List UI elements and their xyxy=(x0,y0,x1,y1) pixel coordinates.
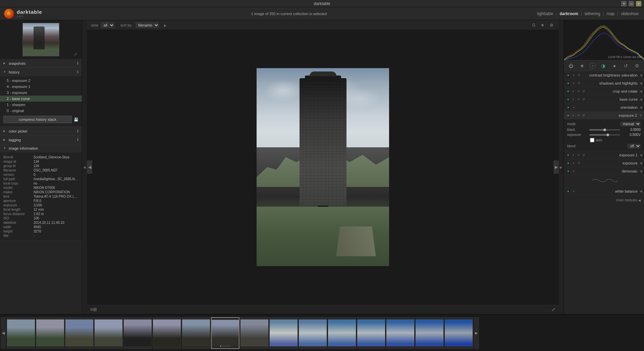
filmstrip-item[interactable] xyxy=(299,317,327,349)
show-fav-icon[interactable]: ● xyxy=(611,62,618,69)
fullscreen-icon[interactable]: ⤢ xyxy=(551,307,555,312)
left-panel-collapse[interactable]: ◀ xyxy=(82,20,87,314)
nav-map[interactable]: map xyxy=(605,11,616,17)
module-exposure[interactable]: ● ≡ ↺ exposure ◀ xyxy=(564,159,644,167)
filmstrip-item[interactable] xyxy=(357,317,385,349)
module-reset-icon[interactable]: ↺ xyxy=(577,73,581,78)
thumbnail-expand[interactable]: ⤢ xyxy=(74,52,77,56)
module-enable-icon[interactable]: ● xyxy=(566,81,571,86)
module-copy-icon[interactable]: ↺ xyxy=(582,97,586,102)
history-item-2[interactable]: 2 - base curve xyxy=(0,96,82,102)
filmstrip-item[interactable] xyxy=(65,317,94,349)
show-active-icon[interactable]: ◑ xyxy=(599,62,607,69)
nav-darkroom[interactable]: darkroom xyxy=(558,11,580,17)
show-all-icon[interactable]: ○ xyxy=(590,63,596,69)
module-settings-icon[interactable]: ⚙ xyxy=(633,62,641,69)
module-crop-rotate[interactable]: ● ≡ ↺ ↺ crop and rotate ◀ xyxy=(564,87,644,95)
grid-icon[interactable]: G xyxy=(532,23,535,28)
filmstrip-item[interactable] xyxy=(36,317,64,349)
filmstrip-item[interactable] xyxy=(444,317,473,349)
filmstrip-item[interactable] xyxy=(269,317,298,349)
module-reset-icon[interactable]: ↺ xyxy=(577,81,581,86)
module-multi-icon[interactable]: ≡ xyxy=(571,189,576,194)
titlebar-controls[interactable]: ▾ ▭ ✕ xyxy=(621,1,641,6)
nav-slideshow[interactable]: slideshow xyxy=(620,11,640,17)
share-icon[interactable]: ⊞ xyxy=(93,307,97,312)
module-contrast-brightness[interactable]: ● ≡ ↺ contrast brightness saturation ◀ xyxy=(564,71,644,79)
nav-lighttable[interactable]: lighttable xyxy=(536,11,554,17)
maximize-button[interactable]: ▭ xyxy=(629,1,634,6)
module-exposure2[interactable]: ● ≡ ↺ ↺ exposure 2 ▼ xyxy=(564,111,644,119)
filmstrip-item[interactable] xyxy=(182,317,210,349)
filmstrip-next[interactable]: ▶ xyxy=(474,317,479,349)
module-enable-icon[interactable]: ● xyxy=(566,97,571,102)
module-enable-icon[interactable]: ● xyxy=(566,105,571,110)
history-header[interactable]: ▼ history ℹ xyxy=(0,68,82,76)
right-panel-toggle[interactable]: ▶ xyxy=(553,160,559,174)
module-enable-icon[interactable]: ● xyxy=(566,113,571,118)
module-enable-icon[interactable]: ● xyxy=(566,169,571,173)
filmstrip-item[interactable] xyxy=(415,317,444,349)
auto-checkbox[interactable] xyxy=(590,138,594,142)
module-multi-icon[interactable]: ≡ xyxy=(571,105,576,110)
mode-select[interactable]: manual xyxy=(620,121,641,127)
module-enable-icon[interactable]: ● xyxy=(566,153,571,157)
view-select[interactable]: all xyxy=(101,22,114,28)
history-item-5[interactable]: 5 - exposure 2 xyxy=(0,78,82,84)
filmstrip-item-selected[interactable]: ★☆☆☆☆ xyxy=(211,317,239,349)
module-multi-icon[interactable]: ≡ xyxy=(571,89,576,94)
close-button[interactable]: ✕ xyxy=(636,1,641,6)
module-enable-icon[interactable]: ● xyxy=(566,73,571,78)
minimize-button[interactable]: ▾ xyxy=(621,1,627,6)
module-enable-icon[interactable]: ● xyxy=(566,189,571,194)
black-slider[interactable] xyxy=(589,129,620,131)
history-item-1[interactable]: 1 - sharpen xyxy=(0,102,82,108)
module-white-balance[interactable]: ● ≡ white balance ◀ xyxy=(564,187,644,195)
module-multi-icon[interactable]: ≡ xyxy=(571,73,576,78)
filmstrip-prev[interactable]: ◀ xyxy=(1,317,6,349)
history-item-4[interactable]: 4 - exposure 1 xyxy=(0,84,82,90)
history-settings-icon[interactable]: ℹ xyxy=(77,70,78,74)
module-multi-icon[interactable]: ≡ xyxy=(571,169,576,173)
color-picker-settings-icon[interactable]: ℹ xyxy=(77,129,78,133)
tagging-settings-icon[interactable]: ℹ xyxy=(77,138,78,142)
compress-history-button[interactable]: compress history stack xyxy=(3,116,72,123)
blend-select[interactable]: off xyxy=(628,144,641,149)
tagging-header[interactable]: ▶ tagging ℹ xyxy=(0,136,82,144)
color-picker-header[interactable]: ▶ color picker ℹ xyxy=(0,127,82,135)
module-reset-icon[interactable]: ↺ xyxy=(576,153,581,157)
exposure-slider[interactable] xyxy=(589,134,620,136)
filmstrip-item[interactable] xyxy=(328,317,356,349)
filmstrip-item[interactable] xyxy=(386,317,415,349)
power-icon[interactable]: ⏻ xyxy=(567,62,575,69)
module-multi-icon[interactable]: ≡ xyxy=(571,161,576,165)
module-copy-icon[interactable]: ↺ xyxy=(582,113,586,118)
history-item-0[interactable]: 0 - original xyxy=(0,108,82,114)
module-copy-icon[interactable]: ↺ xyxy=(582,153,586,157)
filmstrip-item[interactable] xyxy=(94,317,123,349)
snapshots-header[interactable]: ▶ snapshots ℹ xyxy=(0,59,82,67)
module-reset-icon[interactable]: ↺ xyxy=(577,161,581,165)
nav-tethering[interactable]: tethering xyxy=(583,11,602,17)
module-copy-icon[interactable]: ↺ xyxy=(582,89,586,94)
reset-icon[interactable]: ↺ xyxy=(622,62,630,69)
list-icon[interactable]: ≡ xyxy=(90,307,93,312)
history-item-3[interactable]: 3 - exposure xyxy=(0,90,82,96)
module-reset-icon[interactable]: ↺ xyxy=(576,97,581,102)
module-multi-icon[interactable]: ≡ xyxy=(571,153,576,157)
snapshots-settings-icon[interactable]: ℹ xyxy=(77,61,78,65)
module-multi-icon[interactable]: ≡ xyxy=(571,81,576,86)
module-demosaic[interactable]: ● ≡ demosaic ◀ xyxy=(564,167,644,175)
module-reset-icon[interactable]: ↺ xyxy=(576,113,581,118)
module-reset-icon[interactable]: ↺ xyxy=(576,89,581,94)
module-enable-icon[interactable]: ● xyxy=(566,161,571,165)
module-base-curve[interactable]: ● ≡ ↺ ↺ base curve ◀ xyxy=(564,95,644,103)
right-panel-collapse[interactable]: ▶ xyxy=(559,20,564,314)
settings-icon[interactable]: ⚙ xyxy=(550,23,553,28)
filmstrip-item[interactable] xyxy=(7,317,35,349)
star-icon[interactable]: ★ xyxy=(541,23,544,28)
filmstrip-item[interactable] xyxy=(240,317,269,349)
sort-direction-icon[interactable]: ▲ xyxy=(163,23,167,27)
compress-icon[interactable]: 💾 xyxy=(74,117,78,122)
image-info-header[interactable]: ▼ image information xyxy=(0,144,82,152)
